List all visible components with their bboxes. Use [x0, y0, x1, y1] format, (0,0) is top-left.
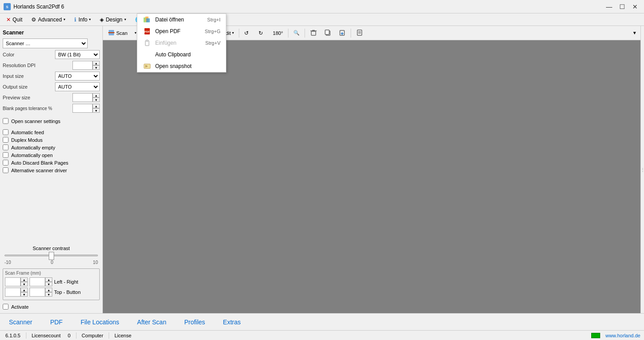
automatically-open-checkbox[interactable]: [3, 152, 8, 158]
licensecount-label: Licensecount: [30, 333, 63, 338]
svg-rect-15: [312, 30, 315, 31]
menu-design-label: Design: [106, 17, 122, 23]
contrast-slider-thumb[interactable]: [49, 252, 54, 260]
auto-discard-checkbox[interactable]: [3, 160, 8, 166]
rotate-cw-button[interactable]: ↻: [255, 27, 269, 39]
input-size-select[interactable]: AUTO: [55, 72, 100, 81]
frame-left-down[interactable]: ▼: [21, 282, 28, 286]
automatically-empty-row: Automatically empty: [2, 144, 101, 150]
duplex-modus-row: Duplex Modus: [2, 137, 101, 143]
activate-checkbox[interactable]: [3, 304, 8, 310]
tab-pdf[interactable]: PDF: [41, 315, 72, 329]
menu-info[interactable]: ℹ Info ▾: [70, 15, 95, 24]
frame-row-tb: 0 ▲ ▼ 0 ▲ ▼ Top - Button: [5, 288, 97, 297]
automatically-empty-checkbox[interactable]: [3, 144, 8, 150]
toolbar-expand[interactable]: ▼: [631, 30, 639, 36]
tab-scanner[interactable]: Scanner: [0, 315, 41, 329]
copy-button[interactable]: [321, 27, 335, 39]
frame-right-down[interactable]: ▼: [45, 282, 52, 286]
info-page-button[interactable]: [353, 27, 366, 39]
statusbar: 6.1.0.5 Licensecount 0 Computer License …: [0, 330, 644, 340]
collapse-dots-icon: ⋮: [640, 167, 644, 172]
blank-pages-down[interactable]: ▼: [93, 108, 100, 113]
maximize-button[interactable]: ☐: [617, 2, 628, 11]
frame-left-input[interactable]: 0: [5, 277, 21, 286]
rotate-ccw-button[interactable]: ↺: [241, 27, 254, 39]
open-snapshot-label: Open snapshot: [155, 63, 191, 69]
blank-pages-spinner: 8 ▲ ▼: [72, 104, 100, 113]
scanner-select[interactable]: Scanner …: [3, 38, 88, 48]
automatic-feed-checkbox[interactable]: [3, 129, 8, 135]
alternative-driver-checkbox[interactable]: [3, 167, 8, 173]
version-label: 6.1.0.5: [4, 333, 22, 338]
auto-clipboard-label: Auto Clipboard: [155, 51, 191, 58]
preview-size-down[interactable]: ▼: [93, 98, 100, 102]
duplex-modus-checkbox[interactable]: [3, 137, 8, 143]
dropdown-auto-clipboard[interactable]: Auto Clipboard: [137, 49, 226, 60]
rotate-ccw-icon: ↺: [244, 29, 251, 37]
resolution-input[interactable]: 300: [72, 61, 93, 70]
statusbar-sep1: [26, 332, 26, 339]
blank-pages-input[interactable]: 8: [72, 104, 93, 113]
paste-page-button[interactable]: [335, 27, 349, 39]
automatic-feed-label: Automatic feed: [11, 130, 44, 135]
dropdown-open-pdf[interactable]: PDF Open PDF Strg+G: [137, 26, 226, 37]
frame-bottom-up[interactable]: ▲: [45, 288, 52, 292]
delete-button[interactable]: [307, 27, 320, 39]
titlebar-controls: — ☐ ✕: [603, 2, 640, 11]
computer-label: Computer: [80, 333, 105, 338]
frame-right-spinner: 0 ▲ ▼: [30, 277, 52, 286]
frame-bottom-down[interactable]: ▼: [45, 292, 52, 297]
dropdown-paste[interactable]: Einfügen Strg+V: [137, 37, 226, 49]
alternative-driver-row: Alternative scanner driver: [2, 167, 101, 173]
resolution-up[interactable]: ▲: [93, 61, 100, 65]
frame-bottom-btns: ▲ ▼: [45, 288, 52, 297]
scanner-select-row: Scanner …: [2, 38, 101, 48]
output-size-select[interactable]: AUTO: [55, 82, 100, 91]
collapse-handle[interactable]: ⋮: [640, 26, 644, 313]
frame-top-spinner: 0 ▲ ▼: [5, 288, 28, 297]
menu-quit[interactable]: ✕ Quit: [2, 15, 27, 24]
input-size-label: Input size: [3, 73, 38, 79]
resolution-spinner: 300 ▲ ▼: [72, 61, 100, 70]
frame-top-btns: ▲ ▼: [21, 288, 28, 297]
preview-size-up[interactable]: ▲: [93, 93, 100, 98]
blank-pages-row: Blank pages tolerance % 8 ▲ ▼: [2, 104, 101, 113]
zoom-button[interactable]: 🔍: [290, 27, 303, 39]
resolution-down[interactable]: ▼: [93, 65, 100, 70]
sep6: [305, 29, 305, 38]
sep5: [288, 29, 288, 38]
frame-right-up[interactable]: ▲: [45, 277, 52, 282]
frame-top-up[interactable]: ▲: [21, 288, 28, 292]
licensecount-value: 0: [66, 333, 72, 338]
design-icon: ◈: [100, 17, 104, 23]
statusbar-sep3: [109, 332, 109, 339]
dropdown-open-snapshot[interactable]: Open snapshot: [137, 60, 226, 72]
svg-text:PDF: PDF: [144, 30, 150, 33]
delete-icon: [310, 29, 317, 37]
advanced-icon: ⚙: [31, 17, 36, 23]
scan-frame-title: Scan Frame (mm): [5, 271, 97, 276]
tab-extras[interactable]: Extras: [214, 315, 250, 329]
menu-design[interactable]: ◈ Design ▾: [95, 15, 130, 24]
blank-pages-up[interactable]: ▲: [93, 104, 100, 108]
frame-top-input[interactable]: 0: [5, 288, 21, 297]
tab-after-scan[interactable]: After Scan: [128, 315, 175, 329]
tab-file-locations[interactable]: File Locations: [72, 315, 128, 329]
open-scanner-settings-checkbox[interactable]: [3, 118, 8, 124]
preview-size-input[interactable]: 260: [72, 93, 93, 102]
scan-button[interactable]: Scan: [105, 27, 131, 39]
menu-advanced[interactable]: ⚙ Advanced ▾: [27, 15, 70, 24]
contrast-mid-label: 0: [51, 260, 53, 265]
rotate-180-button[interactable]: 180°: [270, 27, 286, 39]
app-icon: S: [4, 3, 11, 10]
frame-bottom-input[interactable]: 0: [30, 288, 45, 297]
color-select[interactable]: BW (1 Bit): [55, 50, 100, 59]
website-link[interactable]: www.horland.de: [606, 333, 640, 338]
frame-top-down[interactable]: ▼: [21, 292, 28, 297]
frame-left-up[interactable]: ▲: [21, 277, 28, 282]
close-button[interactable]: ✕: [630, 2, 640, 11]
tab-profiles[interactable]: Profiles: [175, 315, 214, 329]
minimize-button[interactable]: —: [603, 2, 615, 11]
frame-right-input[interactable]: 0: [30, 277, 45, 286]
